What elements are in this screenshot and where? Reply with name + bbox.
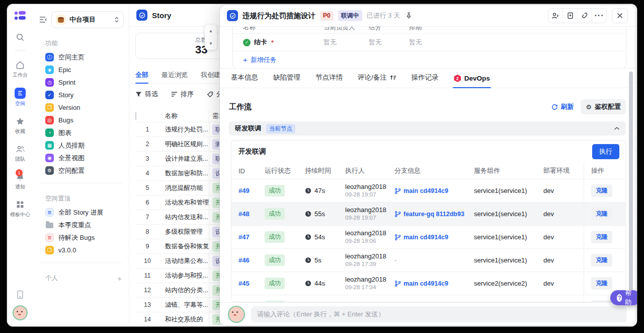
tab-node-details[interactable]: 节点详情 bbox=[315, 73, 343, 88]
collapse-sidebar-icon[interactable] bbox=[39, 16, 47, 23]
branch-link[interactable]: main cd4914c9 bbox=[394, 280, 467, 287]
clone-button[interactable]: 克隆 bbox=[591, 231, 612, 243]
add-personal-view-button[interactable]: + bbox=[117, 274, 122, 283]
subtask-table-header: 名称 当前负责人 估分 排期 bbox=[233, 27, 626, 33]
auth-config-button[interactable]: ⚙ 鉴权配置 bbox=[581, 99, 626, 114]
branch-link[interactable]: main cd4914c9 bbox=[394, 234, 467, 241]
rail-divider bbox=[15, 50, 25, 50]
settings-icon: ⚙ bbox=[45, 166, 54, 175]
devops-table-header: ID 运行状态 持续时间 执行人 分支信息 服务组件 部署环境 操作 bbox=[231, 163, 625, 179]
sidebar-item-quarter-focus[interactable]: 本季度重点 bbox=[33, 219, 129, 231]
chart-icon: ◔ bbox=[45, 128, 54, 137]
tab-comments[interactable]: 评论/备注 bbox=[358, 73, 396, 88]
run-button[interactable]: 执行 bbox=[592, 144, 619, 159]
rail-item-template-center[interactable]: 模板中心 bbox=[10, 199, 30, 218]
clone-button[interactable]: 克隆 bbox=[591, 277, 612, 290]
subtask-row[interactable]: ✓ 结卡 * 暂无 暂无 暂无 bbox=[233, 33, 626, 51]
sidebar-item-open-bugs[interactable]: ≣ 待解决 Bugs bbox=[33, 231, 129, 244]
modal-header: 违规行为处罚措施设计 P0 联调中 已进行 3 天 bbox=[220, 5, 635, 27]
link-icon[interactable] bbox=[577, 9, 592, 23]
left-rail: 工作台 空间 收藏 团队 1 bbox=[7, 4, 34, 326]
more-icon[interactable]: ··· bbox=[592, 9, 606, 23]
sidebar-item-version[interactable]: ❒ Version bbox=[33, 101, 129, 114]
sidebar-item-space-home[interactable]: ⓘ 空间主页 bbox=[33, 51, 129, 63]
bugs-list-icon: ≣ bbox=[45, 233, 54, 242]
comment-input[interactable] bbox=[251, 306, 627, 322]
sort-button[interactable]: 排序 bbox=[171, 90, 194, 99]
chevron-updown-icon bbox=[114, 17, 119, 23]
sidebar-item-space-settings[interactable]: ⚙ 空间配置 bbox=[33, 164, 129, 177]
run-status-badge: 成功 bbox=[265, 254, 285, 266]
bookmark-add-icon[interactable] bbox=[562, 9, 577, 23]
required-mark: * bbox=[271, 39, 274, 46]
sidebar-item-v300[interactable]: ❒ v3.0.0 bbox=[33, 244, 129, 256]
clone-button[interactable]: 克隆 bbox=[591, 254, 612, 267]
refresh-button[interactable]: 刷新 bbox=[551, 102, 574, 111]
branch-empty: - bbox=[394, 257, 467, 264]
sidebar-item-panorama[interactable]: ◉ 全景视图 bbox=[33, 152, 129, 164]
app-window: 工作台 空间 收藏 团队 1 bbox=[7, 4, 637, 326]
devops-run-row[interactable]: #46 成功 5s leozhang201809-28 17:39 - serv… bbox=[231, 249, 625, 272]
clone-button[interactable]: 克隆 bbox=[591, 208, 612, 220]
people-icon bbox=[15, 144, 25, 154]
tab-devops[interactable]: Z DevOps bbox=[454, 75, 490, 88]
sidebar-item-charts[interactable]: ◔ 图表 bbox=[33, 126, 129, 139]
tab-basic-info[interactable]: 基本信息 bbox=[231, 73, 258, 88]
rail-item-notifications[interactable]: 1 通知 bbox=[15, 172, 25, 190]
issue-title: 违规行为处罚措施设计 bbox=[243, 11, 315, 21]
tab-defects[interactable]: 缺陷管理 bbox=[273, 73, 300, 88]
comment-bar bbox=[220, 302, 635, 325]
modal-scrollbar[interactable] bbox=[629, 72, 633, 299]
stage-collapse-bar[interactable]: 研发联调 当前节点 bbox=[229, 121, 626, 136]
sidebar-section-functions: 功能 ⓘ 空间主页 ◈ Epic ◷ Sprint ✓ Story ❒ Vers… bbox=[33, 32, 129, 179]
sidebar-item-bugs[interactable]: ◎ Bugs bbox=[33, 114, 129, 126]
project-selector[interactable]: 中台项目 bbox=[51, 11, 124, 28]
tab-all[interactable]: 全部 bbox=[135, 69, 148, 83]
help-button[interactable]: ? 帮助 bbox=[610, 290, 637, 305]
bugs-icon: ◎ bbox=[45, 116, 54, 124]
story-panel-title: Story bbox=[152, 11, 171, 20]
rail-item-space[interactable]: 空间 bbox=[15, 88, 26, 107]
filter-button[interactable]: 筛选 bbox=[135, 90, 158, 99]
rail-item-team[interactable]: 团队 bbox=[15, 144, 25, 163]
sidebar-item-sprint[interactable]: ◷ Sprint bbox=[33, 76, 129, 89]
user-avatar[interactable] bbox=[13, 305, 28, 320]
notification-badge: 1 bbox=[16, 169, 23, 176]
stepper-up-icon[interactable]: ▲ bbox=[209, 29, 213, 33]
mobile-icon[interactable] bbox=[16, 290, 24, 299]
branch-link[interactable]: main cd4914c9 bbox=[394, 187, 467, 194]
sidebar-divider bbox=[40, 183, 122, 183]
search-icon[interactable] bbox=[16, 33, 25, 42]
run-status-badge: 成功 bbox=[265, 231, 285, 243]
tab-recent[interactable]: 最近浏览 bbox=[162, 69, 188, 83]
run-status-badge: 成功 bbox=[265, 278, 285, 289]
sidebar-item-all-story-progress[interactable]: ≣ 全部 Story 进展 bbox=[33, 206, 129, 219]
add-task-button[interactable]: + 新增任务 bbox=[233, 51, 626, 68]
devops-run-row[interactable]: #48 成功 55s leozhang201809-28 19:07 featu… bbox=[231, 203, 625, 226]
stats-scroll-stepper[interactable]: ▲ ▼ bbox=[205, 25, 217, 50]
subtask-zone: 名称 当前负责人 估分 排期 ✓ 结卡 * 暂无 暂无 暂无 bbox=[220, 27, 635, 68]
sidebar-item-epic[interactable]: ◈ Epic bbox=[33, 63, 129, 76]
close-icon[interactable] bbox=[612, 8, 628, 23]
sidebar-item-staffing[interactable]: ▦ 人员排期 bbox=[33, 139, 129, 152]
devops-run-row[interactable]: #47 成功 54s leozhang201809-28 19:06 main … bbox=[231, 226, 625, 249]
chevron-up-icon[interactable] bbox=[614, 126, 620, 130]
modal-action-group: ··· bbox=[548, 8, 607, 23]
workflow-title: 工作流 bbox=[229, 102, 252, 112]
select-all-checkbox[interactable] bbox=[135, 112, 136, 120]
devops-run-row[interactable]: #45 成功 44s leozhang201809-28 17:34 main … bbox=[231, 272, 625, 295]
devops-run-row[interactable]: #44 成功 1m2s leozhang2018 main cd4914c9 s… bbox=[231, 295, 625, 302]
stepper-down-icon[interactable]: ▼ bbox=[209, 41, 213, 46]
rail-item-favorites[interactable]: 收藏 bbox=[15, 116, 25, 135]
share-member-icon[interactable] bbox=[548, 9, 562, 23]
app-logo-icon[interactable] bbox=[15, 11, 26, 20]
devops-run-row[interactable]: #49 成功 47s leozhang201809-28 19:07 main … bbox=[231, 179, 625, 203]
rail-item-workbench[interactable]: 工作台 bbox=[13, 60, 28, 79]
branch-link[interactable]: feature-gq 8112db93 bbox=[394, 211, 467, 218]
sidebar-item-story[interactable]: ✓ Story bbox=[33, 89, 129, 101]
staffing-icon: ▦ bbox=[45, 141, 54, 150]
clone-button[interactable]: 克隆 bbox=[591, 184, 612, 197]
tab-activity-log[interactable]: 操作记录 bbox=[412, 73, 439, 88]
story-progress-icon: ≣ bbox=[45, 208, 54, 217]
pin-icon[interactable] bbox=[406, 12, 412, 19]
